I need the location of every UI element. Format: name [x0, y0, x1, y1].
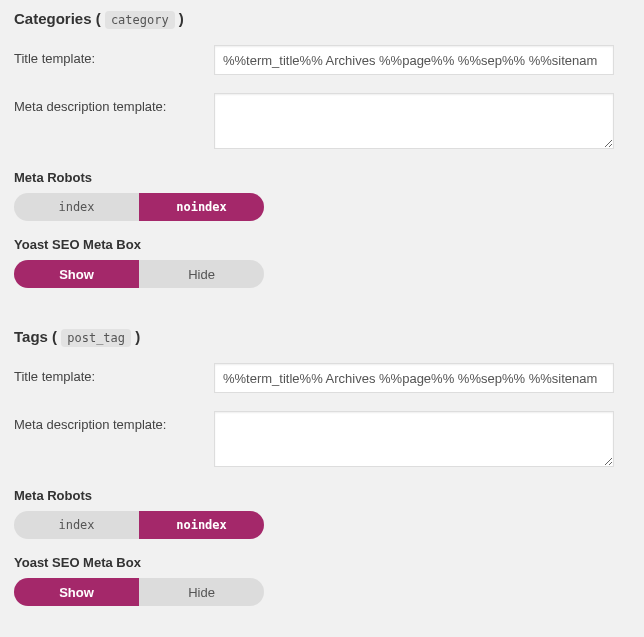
heading-text: Tags [14, 328, 48, 345]
section-tags: Tags ( post_tag ) Title template: Meta d… [14, 328, 630, 606]
toggle-index[interactable]: index [14, 511, 139, 539]
heading-text: Categories [14, 10, 92, 27]
toggle-meta-box: Show Hide [14, 260, 264, 288]
toggle-meta-robots: index noindex [14, 511, 264, 539]
label-title-template: Title template: [14, 363, 214, 384]
heading-code: post_tag [61, 329, 131, 347]
row-meta-desc: Meta description template: [14, 93, 630, 152]
toggle-show[interactable]: Show [14, 578, 139, 606]
toggle-show[interactable]: Show [14, 260, 139, 288]
toggle-hide[interactable]: Hide [139, 260, 264, 288]
label-meta-robots: Meta Robots [14, 170, 630, 185]
label-meta-desc: Meta description template: [14, 93, 214, 114]
toggle-meta-box: Show Hide [14, 578, 264, 606]
value-meta-desc [214, 93, 614, 152]
heading-code: category [105, 11, 175, 29]
row-title-template: Title template: [14, 363, 630, 393]
toggle-hide[interactable]: Hide [139, 578, 264, 606]
toggle-meta-robots: index noindex [14, 193, 264, 221]
title-template-input[interactable] [214, 45, 614, 75]
toggle-noindex[interactable]: noindex [139, 511, 264, 539]
section-heading-tags: Tags ( post_tag ) [14, 328, 630, 345]
section-categories: Categories ( category ) Title template: … [14, 10, 630, 288]
toggle-index[interactable]: index [14, 193, 139, 221]
label-meta-robots: Meta Robots [14, 488, 630, 503]
label-title-template: Title template: [14, 45, 214, 66]
paren-close: ) [175, 10, 184, 27]
paren-close: ) [131, 328, 140, 345]
value-title-template [214, 45, 614, 75]
toggle-noindex[interactable]: noindex [139, 193, 264, 221]
paren-open: ( [96, 10, 105, 27]
paren-open: ( [52, 328, 61, 345]
row-meta-desc: Meta description template: [14, 411, 630, 470]
meta-desc-textarea[interactable] [214, 93, 614, 149]
label-meta-box: Yoast SEO Meta Box [14, 555, 630, 570]
label-meta-box: Yoast SEO Meta Box [14, 237, 630, 252]
value-meta-desc [214, 411, 614, 470]
meta-desc-textarea[interactable] [214, 411, 614, 467]
value-title-template [214, 363, 614, 393]
title-template-input[interactable] [214, 363, 614, 393]
row-title-template: Title template: [14, 45, 630, 75]
label-meta-desc: Meta description template: [14, 411, 214, 432]
section-heading-categories: Categories ( category ) [14, 10, 630, 27]
